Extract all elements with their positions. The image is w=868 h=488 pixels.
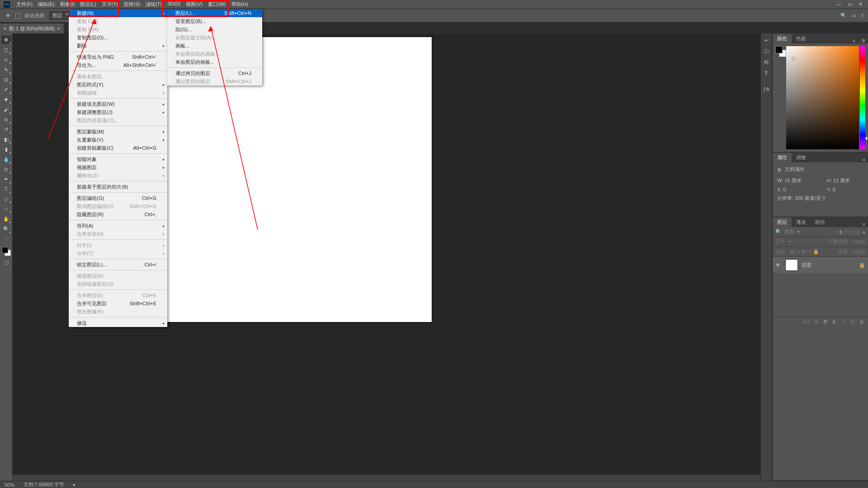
- layer-name[interactable]: 背景: [802, 262, 811, 269]
- cc-icon[interactable]: ◑: [858, 38, 868, 43]
- menu-8[interactable]: 视图(V): [183, 0, 205, 9]
- menu-item[interactable]: 图层蒙版(M): [69, 128, 167, 136]
- menu-item[interactable]: 复制图层(D)...: [69, 33, 167, 42]
- info-icon[interactable]: ⓘ: [761, 46, 771, 56]
- panel-menu-icon[interactable]: ≡: [860, 222, 868, 227]
- status-arrow-icon[interactable]: ▸: [73, 482, 76, 488]
- tab-channels[interactable]: 通道: [792, 218, 811, 227]
- color-swatches[interactable]: [1, 246, 12, 257]
- menu-item[interactable]: 画板...: [167, 42, 262, 50]
- menu-item[interactable]: 新建(N): [69, 9, 167, 17]
- trash-icon[interactable]: 🗑: [859, 319, 864, 325]
- color-field[interactable]: [786, 46, 859, 149]
- menu-item[interactable]: 背景图层(B)...: [167, 17, 262, 25]
- menu-item[interactable]: 新建调整图层(J): [69, 108, 167, 116]
- menu-item[interactable]: 锁定图层(L)...Ctrl+/: [69, 261, 167, 269]
- crop-tool[interactable]: ⊡: [1, 75, 11, 84]
- history-icon[interactable]: ↩: [761, 35, 771, 45]
- char-icon[interactable]: A|: [761, 57, 771, 67]
- eraser-tool[interactable]: ◧: [1, 135, 11, 144]
- share-icon[interactable]: ⇪: [860, 13, 864, 19]
- menu-10[interactable]: 帮助(H): [229, 0, 251, 9]
- zoom-tool[interactable]: 🔍: [1, 224, 11, 233]
- menu-4[interactable]: 文字(Y): [99, 0, 121, 9]
- menu-item[interactable]: 创建剪贴蒙版(C)Alt+Ctrl+G: [69, 144, 167, 152]
- lasso-tool[interactable]: ⊂: [1, 55, 11, 64]
- new-layer-icon[interactable]: ◫: [850, 319, 855, 325]
- path-select-tool[interactable]: ▷: [1, 194, 11, 204]
- menu-item[interactable]: 图层样式(Y): [69, 81, 167, 89]
- brush-tool[interactable]: 🖌: [1, 105, 11, 114]
- menu-item[interactable]: 隐藏图层(R)Ctrl+,: [69, 210, 167, 218]
- menu-item[interactable]: 来自图层的画板...: [167, 58, 262, 66]
- gradient-tool[interactable]: ▮: [1, 145, 11, 154]
- menu-item[interactable]: 视频图层: [69, 163, 167, 171]
- fill-value[interactable]: 100%: [853, 249, 865, 255]
- hand-tool[interactable]: ✋: [1, 214, 11, 223]
- healing-tool[interactable]: ✚: [1, 95, 11, 104]
- blend-mode[interactable]: 正常: [775, 238, 785, 245]
- menu-item[interactable]: 排列(A): [69, 222, 167, 230]
- doc-status[interactable]: 文档:7.66M/0 字节: [24, 481, 64, 488]
- layer-thumb[interactable]: [785, 259, 798, 271]
- menu-item[interactable]: 修边: [69, 319, 167, 327]
- panel-menu-icon[interactable]: ≡: [850, 38, 858, 43]
- menu-item[interactable]: 合并可见图层Shift+Ctrl+E: [69, 299, 167, 308]
- autoselect-dropdown[interactable]: 图层: [49, 11, 69, 20]
- menu-item[interactable]: 快速导出为 PNGShift+Ctrl+': [69, 53, 167, 61]
- tab-paths[interactable]: 路径: [811, 218, 830, 227]
- tab-properties[interactable]: 属性: [773, 153, 792, 162]
- document-tab[interactable]: × 图-1 @ 50%(RGB/8) ×: [0, 24, 64, 33]
- quick-select-tool[interactable]: ✎: [1, 65, 11, 74]
- visibility-icon[interactable]: 👁: [775, 262, 782, 268]
- menu-item[interactable]: 新建基于图层的切片(B): [69, 183, 167, 191]
- fx-icon[interactable]: fx: [815, 319, 819, 325]
- horizontal-scrollbar[interactable]: [13, 474, 760, 481]
- stamp-tool[interactable]: ⧈: [1, 115, 11, 124]
- type-tool[interactable]: T: [1, 185, 11, 194]
- menu-6[interactable]: 滤镜(T): [143, 0, 165, 9]
- marquee-tool[interactable]: ◻: [1, 45, 11, 54]
- menu-3[interactable]: 图层(L): [77, 0, 99, 9]
- tab-swatches[interactable]: 色板: [792, 34, 811, 43]
- menu-5[interactable]: 选择(S): [121, 0, 143, 9]
- tab-close-icon[interactable]: ×: [57, 26, 60, 31]
- autoselect-checkbox[interactable]: [15, 13, 21, 19]
- maximize-icon[interactable]: ▭: [848, 1, 852, 7]
- panel-menu-icon[interactable]: ≡: [860, 157, 868, 162]
- mask-icon[interactable]: ◩: [823, 319, 828, 325]
- menu-item[interactable]: 图层编组(G)Ctrl+G: [69, 194, 167, 202]
- lock-icon[interactable]: 🔒: [859, 262, 865, 268]
- para-icon[interactable]: ¶: [761, 68, 771, 78]
- tab-color[interactable]: 颜色: [773, 34, 792, 43]
- adj-icon[interactable]: ◐: [832, 319, 837, 325]
- close-icon[interactable]: ✕: [859, 1, 863, 7]
- menu-item[interactable]: 通过拷贝的图层Ctrl+J: [167, 69, 262, 77]
- dodge-tool[interactable]: ⊙: [1, 165, 11, 174]
- quickmask-toggle[interactable]: ▢: [1, 258, 11, 267]
- menu-9[interactable]: 窗口(W): [205, 0, 229, 9]
- menu-item[interactable]: 导出为...Alt+Shift+Ctrl+': [69, 61, 167, 69]
- move-tool[interactable]: ✥: [1, 35, 11, 44]
- group-icon[interactable]: ▢: [841, 319, 846, 325]
- layer-item[interactable]: 👁 背景 🔒: [773, 257, 868, 273]
- menu-item[interactable]: 新建填充图层(W): [69, 100, 167, 108]
- menu-2[interactable]: 图像(I): [57, 0, 77, 9]
- tab-adjustments[interactable]: 调整: [792, 153, 811, 162]
- tab-close-icon[interactable]: ×: [4, 26, 6, 31]
- opacity-value[interactable]: 100%: [853, 239, 865, 245]
- fg-swatch[interactable]: [775, 46, 783, 53]
- filter-kind[interactable]: 类型: [784, 228, 794, 235]
- shape-tool[interactable]: ○: [1, 204, 11, 213]
- tab-layers[interactable]: 图层: [773, 218, 792, 227]
- zoom-status[interactable]: 50%: [5, 482, 14, 488]
- menu-item[interactable]: 智能对象: [69, 155, 167, 163]
- history-brush-tool[interactable]: ↺: [1, 125, 11, 134]
- glyph-icon[interactable]: ƒA: [761, 84, 771, 94]
- hue-slider[interactable]: [860, 46, 865, 149]
- menu-0[interactable]: 文件(F): [14, 0, 35, 9]
- pen-tool[interactable]: ✒: [1, 175, 11, 184]
- edit-toolbar[interactable]: ⋯: [1, 234, 11, 243]
- menu-item[interactable]: 删除: [69, 42, 167, 50]
- eyedropper-tool[interactable]: ✐: [1, 85, 11, 94]
